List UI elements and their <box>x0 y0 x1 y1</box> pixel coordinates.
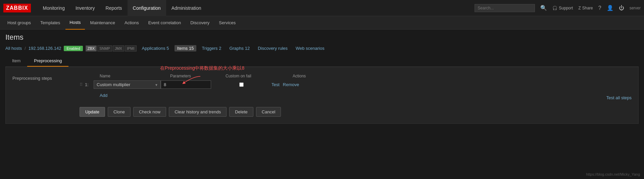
subnav-event-correlation[interactable]: Event correlation <box>144 16 185 30</box>
search-input[interactable] <box>475 4 535 12</box>
subnav-services[interactable]: Services <box>215 16 240 30</box>
support-icon: 🎧 <box>552 6 557 10</box>
proto-ipmi: IPMI <box>125 45 137 51</box>
cancel-button[interactable]: Cancel <box>256 107 281 117</box>
nav-inventory[interactable]: Inventory <box>70 0 100 16</box>
steps-table-header: Name Parameters Custom on fail Actions <box>80 74 632 78</box>
clone-button[interactable]: Clone <box>108 107 131 117</box>
preprocessing-section: Preprocessing steps Name Parameters Cust… <box>12 74 632 117</box>
subnav-discovery[interactable]: Discovery <box>186 16 213 30</box>
drag-handle-icon[interactable]: ⠿ <box>80 82 83 87</box>
support-link[interactable]: 🎧 Support <box>552 6 573 10</box>
nav-configuration[interactable]: Configuration <box>128 0 166 16</box>
protocol-badges: ZBX SNMP JMX IPMI <box>86 45 137 51</box>
tab-preprocessing[interactable]: Preprocessing <box>27 56 68 67</box>
test-step-link[interactable]: Test <box>271 82 280 87</box>
proto-zbx: ZBX <box>86 45 97 51</box>
subnav-host-groups[interactable]: Host groups <box>3 16 35 30</box>
check-now-button[interactable]: Check now <box>133 107 166 117</box>
content-tabs: Item Preprocessing <box>5 56 639 67</box>
power-icon[interactable]: ⏻ <box>619 5 624 11</box>
subnav-actions[interactable]: Actions <box>120 16 143 30</box>
host-link[interactable]: 192.168.126.142 <box>29 46 61 51</box>
proto-snmp: SNMP <box>97 45 112 51</box>
sub-nav: Host groups Templates Hosts Maintenance … <box>0 16 644 30</box>
col-header-params: Parameters <box>170 74 226 78</box>
search-icon[interactable]: 🔍 <box>540 5 547 11</box>
step-actions: Test Remove <box>271 82 299 87</box>
col-header-actions: Actions <box>293 74 306 78</box>
page-content: Items All hosts / 192.168.126.142 Enable… <box>0 30 644 127</box>
preprocessing-content: Name Parameters Custom on fail Actions 在… <box>80 74 632 117</box>
update-button[interactable]: Update <box>80 107 105 117</box>
step-number: 1: <box>85 82 92 87</box>
add-link[interactable]: Add <box>100 93 107 98</box>
button-bar: Update Clone Check now Clear history and… <box>80 107 632 117</box>
nav-reports[interactable]: Reports <box>100 0 128 16</box>
step-value-input[interactable] <box>161 80 211 89</box>
share-link[interactable]: Z Share <box>578 6 593 10</box>
breadcrumb-sep: / <box>24 46 26 51</box>
help-icon[interactable]: ? <box>598 5 601 11</box>
step-type-select[interactable]: Custom multiplier <box>94 80 161 89</box>
nav-monitoring[interactable]: Monitoring <box>38 0 70 16</box>
preprocessing-label: Preprocessing steps <box>12 74 66 117</box>
test-all-container: Test all steps <box>80 93 632 100</box>
all-hosts-link[interactable]: All hosts <box>5 46 22 51</box>
tab-applications[interactable]: Applications 5 <box>139 45 172 51</box>
delete-button[interactable]: Delete <box>229 107 253 117</box>
col-header-custom: Custom on fail <box>226 74 293 78</box>
top-nav-right: 🔍 🎧 Support Z Share ? 👤 ⏻ server <box>475 4 641 12</box>
tab-items[interactable]: Items 15 <box>175 45 197 51</box>
enabled-badge: Enabled <box>64 46 83 51</box>
page-title: Items <box>5 33 639 42</box>
step-type-wrapper: Custom multiplier <box>94 80 161 89</box>
tab-web-scenarios[interactable]: Web scenarios <box>293 45 327 51</box>
test-all-steps-link[interactable]: Test all steps <box>606 95 632 100</box>
tab-discovery-rules[interactable]: Discovery rules <box>255 45 290 51</box>
col-header-name: Name <box>100 74 170 78</box>
remove-step-link[interactable]: Remove <box>283 82 299 87</box>
clear-history-button[interactable]: Clear history and trends <box>169 107 227 117</box>
subnav-hosts[interactable]: Hosts <box>65 16 85 30</box>
custom-fail-checkbox[interactable] <box>239 82 244 87</box>
step-row: ⠿ 1: Custom multiplier Test <box>80 80 632 89</box>
top-nav: ZABBIX Monitoring Inventory Reports Conf… <box>0 0 644 16</box>
logo: ZABBIX <box>3 4 31 12</box>
proto-jmx: JMX <box>113 45 124 51</box>
subnav-maintenance[interactable]: Maintenance <box>86 16 119 30</box>
breadcrumb-bar: All hosts / 192.168.126.142 Enabled ZBX … <box>5 45 639 51</box>
subnav-templates[interactable]: Templates <box>36 16 64 30</box>
top-nav-items: Monitoring Inventory Reports Configurati… <box>38 0 475 16</box>
tab-graphs[interactable]: Graphs 12 <box>227 45 252 51</box>
footer-url: https://blog.csdn.net/Micky_Yang <box>586 172 640 176</box>
tab-item[interactable]: Item <box>5 56 27 67</box>
custom-fail-cell <box>211 82 271 87</box>
tab-triggers[interactable]: Triggers 2 <box>199 45 224 51</box>
share-icon: Z <box>578 6 581 10</box>
server-label: server <box>630 6 641 10</box>
step-row-wrapper: 在Preprocessing中将数据集的大小乘以8 <box>80 80 632 89</box>
nav-administration[interactable]: Administration <box>166 0 207 16</box>
user-icon[interactable]: 👤 <box>607 5 613 11</box>
main-area: Preprocessing steps Name Parameters Cust… <box>5 67 639 124</box>
